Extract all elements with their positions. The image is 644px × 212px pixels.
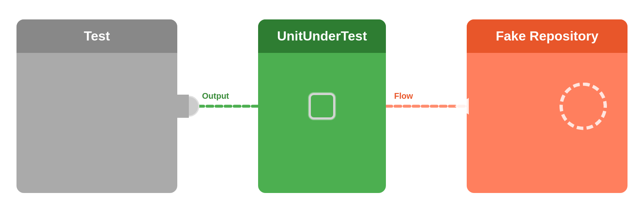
left-connector-area: Output [177,90,258,123]
d-shape-icon [177,95,200,118]
green-dashed-line-left [198,103,260,109]
svg-rect-1 [177,95,189,118]
unit-box-wrapper: UnitUnderTest [258,19,386,193]
fake-box-header: Fake Repository [467,19,628,53]
diagram: Test Output UnitUnderTest Flow [0,0,644,212]
fake-box: Fake Repository [467,19,628,193]
unit-box-header: UnitUnderTest [258,19,386,53]
test-box: Test [16,19,177,193]
square-port [309,93,335,119]
right-connector-area: Flow [386,90,467,123]
flow-label: Flow [394,91,413,101]
output-label: Output [202,91,229,101]
dashed-circle-icon [559,82,607,130]
test-box-header: Test [16,19,177,53]
arrow-left-icon [455,98,469,114]
